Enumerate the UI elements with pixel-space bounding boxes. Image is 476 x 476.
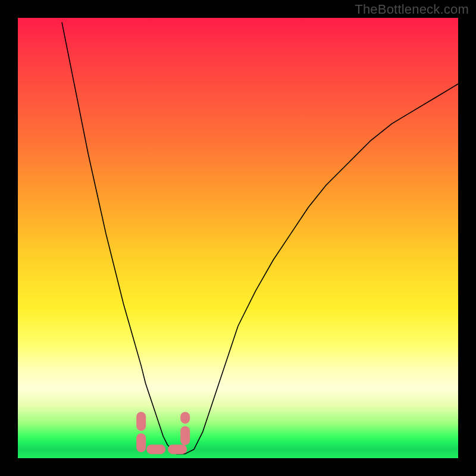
optimal-region-dashed	[141, 416, 185, 449]
watermark-text: TheBottleneck.com	[355, 2, 469, 17]
chart-frame: TheBottleneck.com	[0, 0, 476, 476]
bottleneck-curve-line	[62, 22, 458, 453]
chart-svg	[18, 18, 458, 458]
plot-area	[18, 18, 458, 458]
